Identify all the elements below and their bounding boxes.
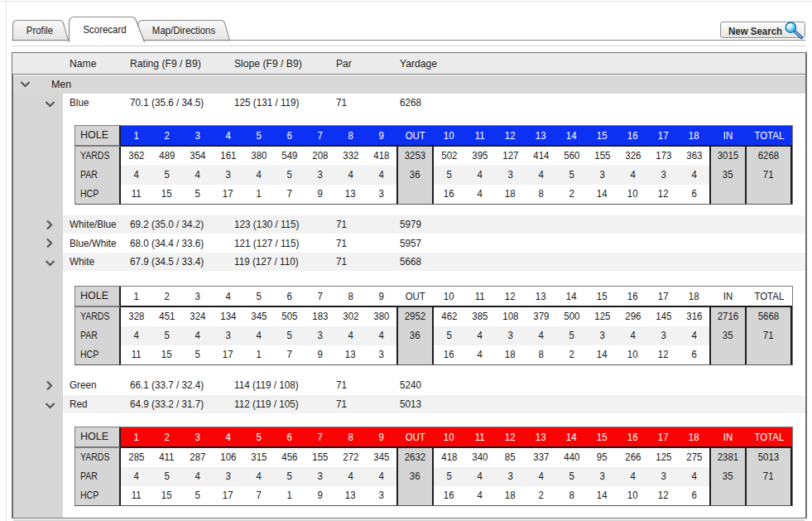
svg-text:Scorecard: Scorecard [83, 23, 126, 36]
